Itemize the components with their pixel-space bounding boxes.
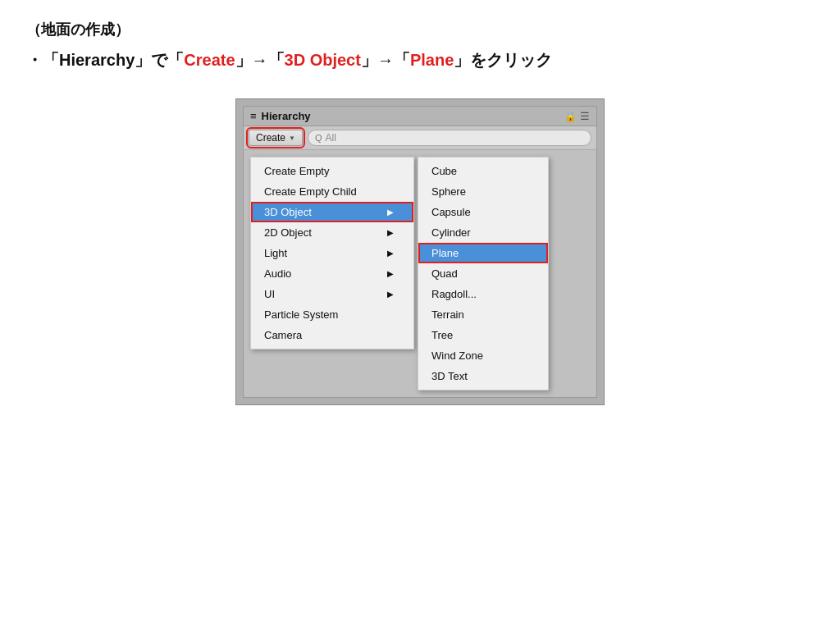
create-button[interactable]: Create ▼	[249, 130, 303, 146]
secondary-menu: Cube Sphere Capsule Cylinder Plane Quad …	[418, 157, 549, 390]
search-bar[interactable]: Q All	[308, 130, 591, 146]
instruction-3dobject: 3D Object	[285, 51, 361, 69]
instruction: ・「Hierarchy」で「Create」→「3D Object」→「Plane…	[26, 48, 814, 72]
menu-item-create-empty[interactable]: Create Empty	[251, 161, 413, 181]
menu-item-cylinder[interactable]: Cylinder	[418, 222, 548, 243]
instruction-plane: Plane	[410, 51, 454, 69]
menu-item-quad[interactable]: Quad	[418, 263, 548, 284]
create-button-label: Create	[256, 132, 285, 144]
menus-row: Create Empty Create Empty Child 3D Objec…	[250, 157, 549, 390]
hierarchy-panel: ≡ Hierarchy 🔒 ☰ Create ▼ Q All	[243, 106, 597, 398]
search-icon: Q	[315, 133, 322, 143]
arrow-icon-audio: ▶	[387, 269, 394, 278]
menu-item-create-empty-child[interactable]: Create Empty Child	[251, 181, 413, 202]
instruction-mid1: 」→「	[235, 51, 285, 69]
hierarchy-title-icon: ≡	[250, 110, 257, 122]
instruction-create: Create	[184, 51, 235, 69]
menu-icon: ☰	[580, 110, 590, 122]
lock-icon: 🔒	[564, 111, 577, 122]
arrow-icon-ui: ▶	[387, 290, 394, 299]
menu-item-particle-system[interactable]: Particle System	[251, 304, 413, 325]
menu-item-cube[interactable]: Cube	[418, 161, 548, 181]
menu-item-camera[interactable]: Camera	[251, 325, 413, 345]
screenshot-container: ≡ Hierarchy 🔒 ☰ Create ▼ Q All	[0, 98, 840, 405]
menu-item-3d-text[interactable]: 3D Text	[418, 366, 548, 386]
hierarchy-toolbar: Create ▼ Q All	[244, 126, 596, 150]
arrow-icon-light: ▶	[387, 249, 394, 258]
menu-item-light[interactable]: Light ▶	[251, 243, 413, 263]
hierarchy-body: Create Empty Create Empty Child 3D Objec…	[244, 150, 596, 397]
dropdown-area: Create Empty Create Empty Child 3D Objec…	[244, 150, 596, 397]
hierarchy-title-text: Hierarchy	[262, 110, 311, 122]
subtitle: （地面の作成）	[26, 20, 814, 39]
create-dropdown-arrow: ▼	[289, 135, 295, 142]
menu-item-audio[interactable]: Audio ▶	[251, 263, 413, 284]
unity-window: ≡ Hierarchy 🔒 ☰ Create ▼ Q All	[235, 98, 605, 405]
instruction-prefix: ・「Hierarchy」で「	[26, 51, 184, 69]
menu-item-tree[interactable]: Tree	[418, 325, 548, 345]
menu-item-plane[interactable]: Plane	[418, 243, 548, 263]
page-text-area: （地面の作成） ・「Hierarchy」で「Create」→「3D Object…	[0, 0, 840, 85]
instruction-mid2: 」→「	[361, 51, 410, 69]
menu-item-terrain[interactable]: Terrain	[418, 304, 548, 325]
search-placeholder: All	[326, 132, 336, 144]
primary-menu: Create Empty Create Empty Child 3D Objec…	[250, 157, 414, 349]
hierarchy-titlebar: ≡ Hierarchy 🔒 ☰	[244, 107, 596, 126]
menu-item-ui[interactable]: UI ▶	[251, 284, 413, 304]
menu-item-3d-object[interactable]: 3D Object ▶	[251, 202, 413, 222]
instruction-suffix: 」をクリック	[454, 51, 552, 69]
hierarchy-title: ≡ Hierarchy	[250, 110, 311, 122]
menu-item-wind-zone[interactable]: Wind Zone	[418, 345, 548, 366]
menu-item-sphere[interactable]: Sphere	[418, 181, 548, 202]
hierarchy-title-icons: 🔒 ☰	[564, 110, 590, 122]
menu-item-2d-object[interactable]: 2D Object ▶	[251, 222, 413, 243]
arrow-icon-3d-object: ▶	[387, 208, 394, 217]
arrow-icon-2d-object: ▶	[387, 228, 394, 237]
menu-item-ragdoll[interactable]: Ragdoll...	[418, 284, 548, 304]
menu-item-capsule[interactable]: Capsule	[418, 202, 548, 222]
